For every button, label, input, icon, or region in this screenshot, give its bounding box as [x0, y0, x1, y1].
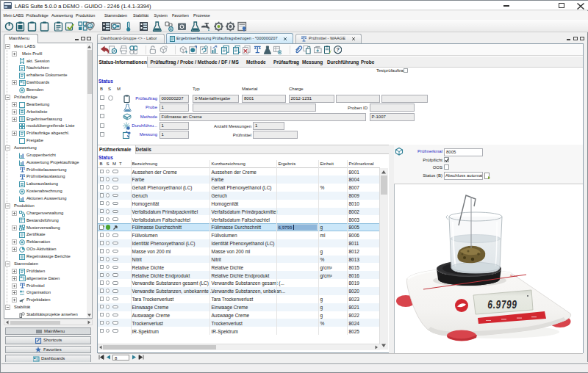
svg-text:?: ? [336, 46, 340, 53]
svg-text:6.9799: 6.9799 [487, 297, 518, 311]
svg-text:Scout: Scout [510, 274, 518, 278]
